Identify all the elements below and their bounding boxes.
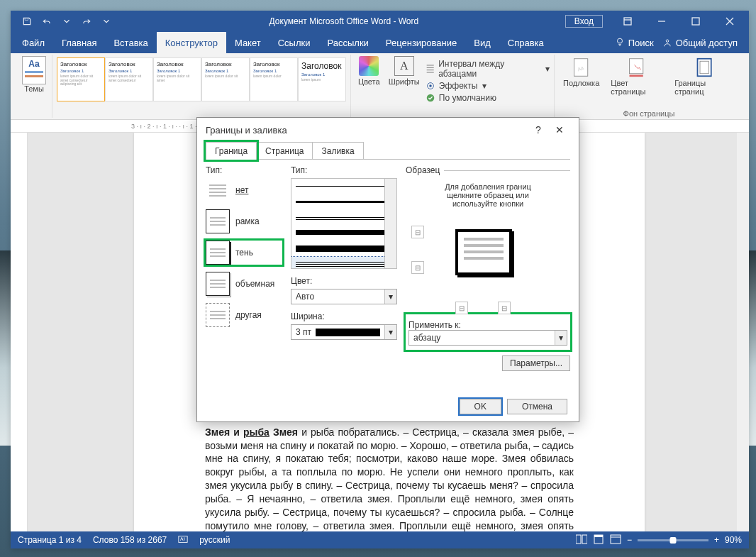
preview-label: Образец xyxy=(406,165,444,175)
tab-fill[interactable]: Заливка xyxy=(312,142,363,160)
tell-me-search[interactable]: Поиск xyxy=(615,38,654,48)
vertical-ruler[interactable] xyxy=(11,133,28,531)
border-left-button[interactable]: ⊟ xyxy=(455,302,468,314)
setting-box[interactable]: рамка xyxy=(206,209,282,233)
dialog-title: Границы и заливка xyxy=(206,125,287,136)
style-item[interactable]: ЗаголовокЗаголовок 1lorem ipsum dolor si… xyxy=(57,57,105,101)
close-icon[interactable]: ✕ xyxy=(549,124,570,136)
page-borders-button[interactable]: Границы страниц xyxy=(670,55,739,99)
set-default-button[interactable]: По умолчанию xyxy=(426,93,550,103)
style-gallery[interactable]: ЗаголовокЗаголовок 1lorem ipsum dolor si… xyxy=(57,55,346,101)
tab-insert[interactable]: Вставка xyxy=(105,32,156,53)
width-label: Ширина: xyxy=(291,311,397,321)
vertical-scrollbar[interactable] xyxy=(737,133,749,531)
options-button[interactable]: Параметры... xyxy=(502,355,570,371)
svg-point-3 xyxy=(666,40,669,43)
colors-icon xyxy=(359,56,379,76)
style-item[interactable]: ЗаголовокЗаголовок 1lorem ipsum dolor xyxy=(250,57,298,101)
page-color-button[interactable]: Цвет страницы xyxy=(606,55,667,99)
svg-rect-17 xyxy=(594,535,603,537)
status-words[interactable]: Слово 158 из 2667 xyxy=(93,535,167,545)
chevron-down-icon[interactable] xyxy=(59,13,74,29)
title-bar: Документ Microsoft Office Word - Word Вх… xyxy=(11,11,749,32)
chevron-down-icon: ▾ xyxy=(384,289,396,304)
chevron-down-icon: ▾ xyxy=(384,325,396,339)
border-bottom-button[interactable]: ⊟ xyxy=(411,261,424,274)
setting-shadow[interactable]: тень xyxy=(206,241,282,265)
themes-button[interactable]: Aa Темы xyxy=(21,55,48,94)
status-language[interactable]: русский xyxy=(199,535,230,545)
status-spell-icon[interactable] xyxy=(178,534,188,546)
style-item[interactable]: ЗаголовокЗаголовок 1lorem ipsum dolor si… xyxy=(105,57,153,101)
tab-view[interactable]: Вид xyxy=(465,32,499,53)
apply-to-label: Применить к: xyxy=(408,320,567,330)
undo-icon[interactable] xyxy=(39,13,55,29)
apply-to-dropdown[interactable]: абзацу ▾ xyxy=(408,330,567,346)
share-label: Общий доступ xyxy=(676,38,738,48)
style-item[interactable]: ЗаголовокЗаголовок 1lorem ipsum dolor si… xyxy=(201,57,250,101)
search-label: Поиск xyxy=(628,38,654,48)
paragraph: Змея и рыба Змея и рыба побратались. – С… xyxy=(205,426,574,531)
width-dropdown[interactable]: 3 пт ▾ xyxy=(291,324,397,340)
tab-file[interactable]: Файл xyxy=(13,32,53,53)
tab-review[interactable]: Рецензирование xyxy=(377,32,465,53)
svg-rect-1 xyxy=(624,18,631,25)
tab-help[interactable]: Справка xyxy=(499,32,552,53)
effects-button[interactable]: Эффекты▾ xyxy=(426,81,550,91)
chevron-down-icon[interactable] xyxy=(99,13,114,29)
setting-3d[interactable]: объемная xyxy=(206,272,282,296)
colors-button[interactable]: Цвета xyxy=(355,55,383,87)
view-read-icon[interactable] xyxy=(576,534,587,546)
tab-mailings[interactable]: Рассылки xyxy=(318,32,377,53)
setting-custom[interactable]: другая xyxy=(206,303,282,327)
zoom-slider[interactable] xyxy=(638,539,708,541)
border-top-button[interactable]: ⊟ xyxy=(411,226,424,238)
tab-border[interactable]: Граница xyxy=(206,142,257,160)
setting-none[interactable]: нет xyxy=(206,178,282,202)
line-style-list[interactable] xyxy=(291,178,397,269)
tab-design[interactable]: Конструктор xyxy=(157,32,226,53)
minimize-icon[interactable] xyxy=(645,11,678,32)
ribbon-display-icon[interactable] xyxy=(611,11,644,32)
save-icon[interactable] xyxy=(19,13,35,29)
style-item[interactable]: ЗаголовокЗаголовок 1lorem ipsum dolor si… xyxy=(153,57,201,101)
window-title: Документ Microsoft Office Word - Word xyxy=(123,16,565,26)
chevron-down-icon: ▾ xyxy=(555,331,567,345)
group-label-page-background: Фон страницы xyxy=(559,108,739,118)
sign-in-button[interactable]: Вход xyxy=(565,15,603,28)
preview-paragraph[interactable] xyxy=(455,229,512,275)
cancel-button[interactable]: Отмена xyxy=(507,399,567,414)
tab-references[interactable]: Ссылки xyxy=(269,32,319,53)
tab-home[interactable]: Главная xyxy=(53,32,105,53)
color-dropdown[interactable]: Авто ▾ xyxy=(291,289,397,304)
tab-page[interactable]: Страница xyxy=(256,142,313,160)
svg-point-5 xyxy=(429,84,432,87)
ribbon: Aa Темы ЗаголовокЗаголовок 1lorem ipsum … xyxy=(11,53,749,120)
watermark-button[interactable]: Aa Подложка xyxy=(559,55,604,90)
fonts-icon: A xyxy=(394,56,414,76)
border-right-button[interactable]: ⊟ xyxy=(498,302,511,314)
view-print-icon[interactable] xyxy=(593,534,604,546)
close-icon[interactable] xyxy=(713,11,746,32)
ok-button[interactable]: OK xyxy=(460,399,501,414)
fonts-button[interactable]: A Шрифты xyxy=(386,55,423,87)
zoom-level[interactable]: 90% xyxy=(725,535,742,545)
view-web-icon[interactable] xyxy=(610,534,621,546)
zoom-out-icon[interactable]: − xyxy=(627,535,632,545)
tab-layout[interactable]: Макет xyxy=(226,32,269,53)
watermark-icon: Aa xyxy=(572,57,591,77)
zoom-in-icon[interactable]: + xyxy=(714,535,719,545)
style-label: Тип: xyxy=(291,165,397,175)
page-borders-icon xyxy=(695,57,715,77)
help-icon[interactable]: ? xyxy=(528,124,549,136)
maximize-icon[interactable] xyxy=(679,11,712,32)
svg-rect-15 xyxy=(582,535,587,544)
status-page[interactable]: Страница 1 из 4 xyxy=(18,535,82,545)
share-button[interactable]: Общий доступ xyxy=(662,38,738,48)
lightbulb-icon xyxy=(615,38,625,48)
setting-label: Тип: xyxy=(206,165,282,175)
style-item[interactable]: ЗаголовокЗаголовок 1lorem ipsum xyxy=(298,57,346,101)
effects-icon xyxy=(426,81,435,91)
paragraph-spacing-button[interactable]: Интервал между абзацами▾ xyxy=(426,59,550,79)
redo-icon[interactable] xyxy=(79,13,94,29)
